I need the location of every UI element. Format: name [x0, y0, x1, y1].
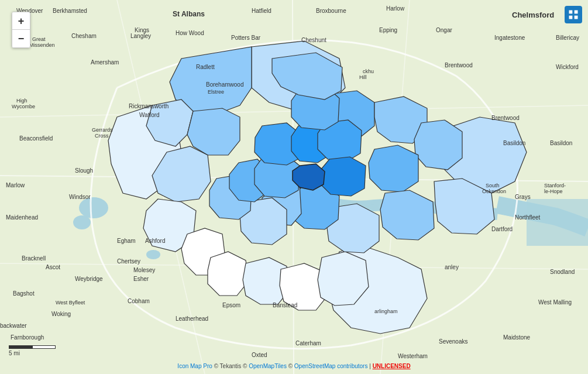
svg-text:Bracknell: Bracknell	[22, 255, 46, 262]
svg-text:Langley: Langley	[130, 33, 151, 39]
svg-text:Brentwood: Brentwood	[491, 115, 520, 121]
svg-text:Rickmansworth: Rickmansworth	[129, 103, 169, 109]
svg-point-3	[73, 215, 91, 229]
svg-text:Maidenhead: Maidenhead	[6, 214, 38, 221]
svg-text:Oxted: Oxted	[252, 352, 267, 358]
tiles-link[interactable]: OpenMapTiles	[249, 363, 287, 369]
svg-text:High: High	[16, 98, 27, 104]
svg-point-4	[146, 250, 160, 259]
svg-text:Northfleet: Northfleet	[515, 214, 541, 221]
svg-text:Brentwood: Brentwood	[445, 62, 473, 68]
svg-text:Harlow: Harlow	[386, 5, 405, 12]
grid-icon	[568, 9, 579, 20]
osm-link[interactable]: OpenStreetMap contributors	[294, 363, 368, 369]
map-container[interactable]: Wendover Berkhamsted St Albans Hatfield …	[0, 0, 588, 374]
svg-text:Elstree: Elstree	[208, 89, 224, 95]
svg-text:Ingatestone: Ingatestone	[494, 35, 525, 41]
svg-text:Amersham: Amersham	[91, 59, 119, 66]
svg-text:backwater: backwater	[0, 322, 27, 329]
svg-text:Watford: Watford	[139, 112, 160, 118]
svg-text:How Wood: How Wood	[176, 30, 204, 36]
svg-text:Missenden: Missenden	[29, 42, 55, 48]
svg-text:Cheshunt: Cheshunt	[301, 37, 326, 43]
svg-text:Chesham: Chesham	[71, 33, 97, 39]
svg-text:Caterham: Caterham	[295, 340, 321, 346]
svg-text:Basildon: Basildon	[503, 140, 525, 146]
svg-rect-88	[575, 16, 578, 19]
svg-text:Dartford: Dartford	[491, 226, 513, 232]
svg-text:Marlow: Marlow	[6, 182, 25, 188]
svg-rect-86	[575, 11, 578, 14]
svg-text:Windsor: Windsor	[69, 194, 91, 200]
svg-text:ckhu: ckhu	[363, 68, 374, 74]
svg-text:Borehamwood: Borehamwood	[206, 81, 243, 88]
scale-bar: 5 mi	[9, 345, 56, 356]
svg-text:Westerham: Westerham	[398, 353, 428, 359]
svg-text:Ascot: Ascot	[46, 264, 60, 270]
svg-rect-85	[569, 11, 573, 14]
svg-text:Cross: Cross	[95, 133, 109, 139]
svg-text:West Byfleet: West Byfleet	[56, 300, 85, 306]
svg-rect-87	[569, 16, 573, 19]
svg-text:Berkhamsted: Berkhamsted	[53, 8, 87, 14]
svg-text:Beaconsfield: Beaconsfield	[19, 135, 53, 142]
svg-point-2	[79, 197, 108, 218]
svg-text:Banstead: Banstead	[273, 302, 297, 308]
svg-text:Hatfield: Hatfield	[252, 8, 271, 14]
svg-text:Wickford: Wickford	[556, 64, 579, 70]
svg-text:Hill: Hill	[359, 74, 367, 80]
svg-text:Great: Great	[32, 36, 46, 42]
svg-text:Stanford-: Stanford-	[544, 183, 566, 188]
svg-text:Basildon: Basildon	[550, 140, 572, 146]
plugin-icon-button[interactable]	[565, 6, 582, 23]
svg-text:Broxbourne: Broxbourne	[316, 8, 346, 14]
svg-text:Sevenoaks: Sevenoaks	[439, 338, 467, 345]
attribution-bar: Icon Map Pro © Tekantis © OpenMapTiles ©…	[0, 363, 588, 369]
zoom-out-button[interactable]: −	[12, 30, 30, 47]
svg-text:Farnborough: Farnborough	[11, 334, 44, 341]
svg-text:Epping: Epping	[379, 27, 397, 33]
svg-text:Potters Bar: Potters Bar	[231, 35, 261, 41]
svg-text:Ashford: Ashford	[145, 238, 165, 244]
svg-text:Radlett: Radlett	[196, 64, 215, 70]
svg-text:arlingham: arlingham	[374, 308, 398, 314]
svg-text:Snodland: Snodland	[550, 269, 575, 275]
svg-text:Grays: Grays	[515, 194, 531, 200]
attribution-text: Icon Map Pro © Tekantis © OpenMapTiles ©…	[177, 363, 410, 369]
svg-text:Epsom: Epsom	[222, 302, 240, 308]
svg-text:Chelmsford: Chelmsford	[512, 11, 554, 19]
map-background: Wendover Berkhamsted St Albans Hatfield …	[0, 0, 588, 374]
svg-text:Leatherhead: Leatherhead	[176, 315, 208, 322]
svg-rect-1	[527, 199, 588, 246]
svg-text:Wycombe: Wycombe	[12, 104, 35, 109]
scale-label: 5 mi	[9, 350, 20, 356]
svg-text:Egham: Egham	[117, 238, 136, 244]
svg-text:West Malling: West Malling	[538, 299, 572, 306]
svg-text:Bagshot: Bagshot	[13, 290, 35, 297]
plugin-link[interactable]: Icon Map Pro	[177, 363, 212, 369]
zoom-controls: + −	[12, 12, 30, 48]
svg-text:Esher: Esher	[133, 276, 149, 282]
svg-text:Chertsey: Chertsey	[117, 258, 140, 265]
svg-text:Molesey: Molesey	[133, 267, 155, 273]
svg-text:Ongar: Ongar	[436, 27, 452, 33]
company-text: Tekantis	[220, 363, 242, 369]
svg-text:Cobham: Cobham	[128, 298, 150, 304]
svg-text:Maidstone: Maidstone	[503, 334, 531, 341]
svg-text:St Albans: St Albans	[173, 10, 205, 18]
svg-text:Weybridge: Weybridge	[75, 276, 103, 282]
svg-text:le-Hope: le-Hope	[544, 188, 563, 194]
svg-text:Ockendon: Ockendon	[482, 188, 506, 194]
svg-text:Gerrards: Gerrards	[92, 127, 113, 133]
svg-text:Billericay: Billericay	[556, 35, 579, 41]
svg-text:Slough: Slough	[75, 167, 93, 174]
svg-text:anley: anley	[445, 264, 459, 270]
svg-text:South: South	[486, 183, 500, 188]
svg-text:Woking: Woking	[51, 311, 71, 317]
zoom-in-button[interactable]: +	[12, 12, 30, 30]
license-text: UNLICENSED	[373, 363, 411, 369]
